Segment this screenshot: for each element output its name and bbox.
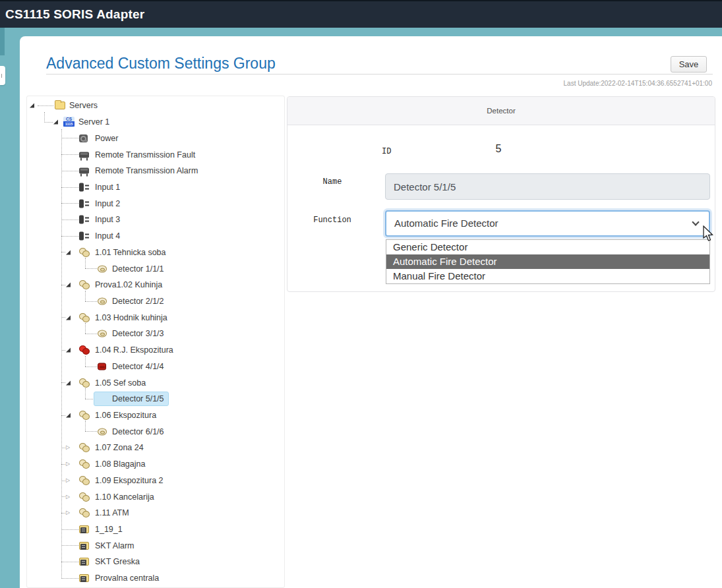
id-label: ID: [382, 147, 391, 156]
name-input[interactable]: [385, 173, 710, 200]
mouse-cursor: [702, 225, 717, 243]
tree-item[interactable]: Detector 6/1/6: [27, 423, 284, 440]
zone-icon: [79, 476, 90, 485]
panel-icon: [79, 542, 89, 550]
tree-item-label: 1.04 R.J. Ekspozitura: [95, 345, 173, 355]
collapse-icon[interactable]: [66, 413, 71, 418]
collapse-icon[interactable]: [66, 315, 71, 320]
tree-item[interactable]: Input 1: [27, 179, 284, 196]
function-select[interactable]: Automatic Fire Detector: [385, 210, 710, 237]
zone-icon: [79, 378, 90, 388]
tree-item[interactable]: 1.09 Ekspozitura 2: [27, 473, 284, 489]
title-divider: [46, 74, 713, 74]
page-title: Advanced Custom Settings Group: [46, 55, 276, 73]
detector-panel: Detector ID 5 Name Function Automatic Fi…: [287, 96, 715, 292]
app-title-bar: CS1115 SORIS Adapter: [0, 0, 722, 28]
tree-item[interactable]: 1.06 Ekspozitura: [27, 407, 284, 424]
collapse-icon[interactable]: [66, 380, 71, 385]
tree-item[interactable]: Prova1.02 Kuhinja: [27, 277, 284, 293]
tree-item[interactable]: Provalna centrala: [27, 570, 284, 587]
tree-item-label: Input 1: [95, 183, 120, 192]
panel-icon: [79, 574, 89, 582]
tree-item[interactable]: 1.05 Sef soba: [27, 374, 284, 391]
tree-item[interactable]: Remote Transmission Fault: [27, 146, 284, 163]
tree-item-label: Detector 3/1/3: [112, 329, 164, 338]
detector-icon: [98, 330, 107, 338]
zone-icon: [79, 459, 90, 469]
tree-item-label: Power: [95, 134, 118, 143]
tree-item[interactable]: 1.10 Kancelarija: [27, 488, 284, 505]
expand-icon[interactable]: [66, 477, 71, 484]
remote-transmission-icon: [79, 168, 89, 174]
tree-item-label: Remote Transmission Alarm: [95, 166, 198, 175]
tree-item[interactable]: Detector 2/1/2: [27, 293, 284, 310]
folder-icon: [55, 102, 65, 109]
sidebar-collapse-handle[interactable]: [0, 66, 5, 85]
tree-item[interactable]: Detector 1/1/1: [27, 260, 284, 277]
save-button[interactable]: Save: [671, 56, 707, 73]
tree-item-label: 1_19_1: [95, 525, 123, 534]
collapse-icon[interactable]: [66, 250, 71, 254]
tree-item-label: 1.01 Tehnicka soba: [95, 248, 166, 257]
zone-icon: [79, 248, 90, 257]
chevron-down-icon: [692, 218, 699, 225]
tree-item-label: 1.11 ATM: [95, 508, 129, 517]
function-dropdown: Generic DetectorAutomatic Fire DetectorM…: [386, 239, 710, 284]
tree-item[interactable]: Detector 5/1/5: [27, 391, 284, 407]
tree-item[interactable]: Detector 4/1/4: [27, 359, 284, 375]
collapse-icon[interactable]: [66, 283, 71, 287]
expand-icon[interactable]: [66, 461, 71, 467]
id-value: 5: [485, 143, 512, 155]
left-rail-shade: [0, 28, 5, 55]
tree-item-label: Servers: [69, 101, 98, 110]
expand-icon[interactable]: [66, 444, 71, 451]
tree-item[interactable]: SKT Greska: [27, 554, 284, 570]
function-label: Function: [287, 216, 377, 225]
tree-item[interactable]: Input 2: [27, 195, 284, 212]
tree-item[interactable]: 1.11 ATM: [27, 505, 284, 521]
tree-item[interactable]: Server 1: [27, 114, 284, 131]
tree-item-label: SKT Alarm: [95, 541, 135, 550]
expand-icon[interactable]: [66, 510, 71, 516]
tree-item[interactable]: 1.03 Hodnik kuhinja: [27, 309, 284, 326]
tree-item[interactable]: Input 3: [27, 212, 284, 228]
tree-item[interactable]: 1.04 R.J. Ekspozitura: [27, 342, 284, 359]
zone-alarm-icon: [79, 345, 90, 355]
tree-item-label: Input 2: [95, 199, 120, 208]
detector-icon: [98, 297, 107, 305]
collapse-icon[interactable]: [66, 348, 71, 353]
input-icon: [79, 199, 84, 208]
tree-item[interactable]: Servers: [27, 98, 284, 114]
tree-item[interactable]: SKT Alarm: [27, 537, 284, 554]
zone-icon: [79, 508, 90, 517]
tree-item[interactable]: Detector 3/1/3: [27, 326, 284, 342]
last-update-text: Last Update:2022-02-14T15:04:36.6552741+…: [564, 80, 712, 87]
zone-icon: [79, 280, 90, 289]
panel-icon: [79, 525, 89, 533]
tree-item[interactable]: 1.08 Blagajna: [27, 456, 284, 473]
tree-item-label: Remote Transmission Fault: [95, 150, 195, 160]
panel-icon: [79, 558, 89, 566]
tree-item[interactable]: 1.07 Zona 24: [27, 440, 284, 456]
input-icon: [79, 232, 84, 241]
zone-icon: [79, 411, 90, 420]
function-select-value: Automatic Fire Detector: [394, 218, 498, 229]
tree-item[interactable]: Power: [27, 130, 284, 146]
zone-icon: [79, 492, 90, 502]
cs1115-icon: [63, 117, 75, 127]
zone-icon: [79, 313, 90, 322]
dropdown-option[interactable]: Automatic Fire Detector: [386, 254, 709, 269]
dropdown-option[interactable]: Generic Detector: [386, 240, 709, 254]
expand-icon[interactable]: [66, 494, 71, 500]
collapse-icon[interactable]: [53, 120, 58, 125]
tree-item-label: Prova1.02 Kuhinja: [95, 280, 162, 289]
tree-item-label: 1.08 Blagajna: [95, 459, 145, 469]
zone-icon: [79, 443, 90, 452]
tree-item[interactable]: Input 4: [27, 228, 284, 245]
detector-icon: [98, 428, 107, 435]
tree-item[interactable]: Remote Transmission Alarm: [27, 163, 284, 179]
dropdown-option[interactable]: Manual Fire Detector: [386, 269, 709, 283]
collapse-icon[interactable]: [30, 103, 34, 108]
tree-item[interactable]: 1.01 Tehnicka soba: [27, 244, 284, 260]
tree-item[interactable]: 1_19_1: [27, 521, 284, 538]
